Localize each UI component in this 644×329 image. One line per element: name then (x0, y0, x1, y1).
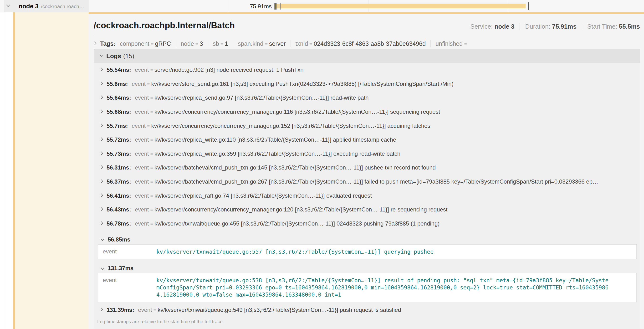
equals-sign: = (149, 137, 154, 142)
log-preview: event=kv/kvserver/replica_raft.go:74 [n3… (135, 192, 372, 199)
log-timestamp: 56.41ms: (106, 192, 131, 199)
chevron-right-icon[interactable] (100, 108, 104, 115)
log-preview: event=kv/kvserver/concurrency/concurrenc… (135, 108, 440, 115)
log-row[interactable]: 55.6ms:event=kv/kvserver/store_send.go:1… (94, 77, 640, 91)
log-timestamp: 55.7ms: (106, 122, 128, 129)
tag-key: node (181, 40, 194, 47)
service-label: Service: (470, 23, 493, 30)
tags-section[interactable]: Tags: component=gRPCnode=3sb=1span.kind=… (94, 38, 468, 49)
log-timestamp: 55.73ms: (106, 150, 131, 157)
log-preview: event=kv/kvserver/concurrency/concurrenc… (135, 206, 448, 213)
chevron-right-icon[interactable] (94, 40, 97, 47)
log-field-value: kv/kvserver/concurrency/concurrency_mana… (151, 122, 430, 129)
chevron-right-icon[interactable] (100, 136, 104, 143)
chevron-down-icon[interactable] (100, 236, 105, 243)
logs-header[interactable]: Logs (15) (94, 49, 640, 63)
log-row[interactable]: 55.68ms:event=kv/kvserver/concurrency/co… (94, 105, 640, 119)
chevron-right-icon[interactable] (100, 206, 104, 213)
log-row[interactable]: 56.78ms:event=kv/kvserver/txnwait/queue.… (94, 217, 640, 231)
tag-chip: node=3 (181, 40, 203, 47)
logs-title: Logs (106, 52, 121, 60)
meta-divider (582, 23, 582, 30)
log-field-key: event (135, 94, 149, 101)
log-preview: event=kv/kvserver/replica_send.go:97 [n3… (135, 94, 369, 101)
equals-sign: = (150, 41, 155, 47)
start-time-value: 55.5ms (619, 23, 640, 30)
tag-key: sb (213, 40, 219, 47)
tag-chip-list: component=gRPCnode=3sb=1span.kind=server… (120, 40, 468, 47)
log-field-value: kv/kvserver/replica_send.go:97 [n3,s3,r6… (154, 94, 369, 101)
logs-footer-note: Log timestamps are relative to the start… (94, 319, 640, 324)
log-row[interactable]: 131.39ms:event=kv/kvserver/txnwait/queue… (94, 303, 640, 317)
log-field-key: event (135, 178, 149, 185)
log-key-value-table: eventkv/kvserver/txnwait/queue.go:538 [n… (98, 273, 636, 302)
chevron-right-icon[interactable] (100, 150, 104, 157)
log-row[interactable]: 55.54ms:event=server/node.go:902 [n3] no… (94, 63, 640, 77)
column-resizer[interactable] (228, 0, 228, 12)
log-field-key: event (98, 248, 156, 255)
log-row-expanded-header[interactable]: 131.37ms (94, 264, 640, 273)
log-field-key: event (138, 306, 152, 313)
log-preview: event=kv/kvserver/replica_write.go:359 [… (135, 150, 400, 157)
log-row[interactable]: 56.43ms:event=kv/kvserver/concurrency/co… (94, 203, 640, 217)
log-field-key: event (135, 108, 149, 115)
span-detail-meta: Service: node 3 Duration: 75.91ms Start … (470, 22, 640, 30)
equals-sign: = (462, 41, 468, 47)
log-marker-tick (279, 3, 279, 10)
log-field-key: event (135, 164, 149, 171)
logs-body: 55.54ms:event=server/node.go:902 [n3] no… (94, 63, 640, 317)
meta-divider (520, 23, 520, 30)
log-row[interactable]: 56.31ms:event=kv/kvserver/batcheval/cmd_… (94, 161, 640, 175)
log-field-value: kv/kvserver/txnwait/queue.go:538 [n3,s3,… (156, 277, 612, 298)
chevron-down-icon[interactable] (100, 265, 105, 272)
chevron-down-icon[interactable] (99, 54, 104, 58)
equals-sign: = (146, 124, 151, 129)
log-timestamp: 56.43ms: (106, 206, 131, 213)
log-marker-tick (280, 3, 280, 10)
span-duration-bar[interactable] (275, 4, 526, 8)
log-timestamp: 131.37ms (108, 265, 134, 272)
chevron-right-icon[interactable] (100, 178, 104, 185)
log-marker-tick (278, 3, 278, 10)
log-row[interactable]: 55.73ms:event=kv/kvserver/replica_write.… (94, 147, 640, 161)
chevron-right-icon[interactable] (100, 94, 104, 101)
chevron-right-icon[interactable] (100, 164, 104, 171)
log-preview: event=kv/kvserver/concurrency/concurrenc… (132, 122, 430, 129)
equals-sign: = (149, 193, 154, 198)
tag-key: span.kind (238, 40, 263, 47)
chevron-right-icon[interactable] (100, 122, 104, 129)
log-field-value: kv/kvserver/txnwait/queue.go:549 [n3,s3,… (158, 306, 401, 313)
tags-label: Tags: (100, 40, 116, 47)
span-timeline-row[interactable]: node 3 /cockroach.roach… 75.91ms (0, 0, 644, 12)
selected-span-highlight (15, 12, 89, 329)
log-row[interactable]: 55.7ms:event=kv/kvserver/concurrency/con… (94, 119, 640, 133)
log-row[interactable]: 55.72ms:event=kv/kvserver/replica_write.… (94, 133, 640, 147)
chevron-right-icon[interactable] (100, 220, 104, 227)
log-marker-tick (528, 2, 529, 10)
log-field-key: event (98, 277, 156, 298)
tag-key: txnid (296, 40, 308, 47)
log-row-expanded-header[interactable]: 56.85ms (94, 235, 640, 244)
log-row[interactable]: 56.37ms:event=kv/kvserver/batcheval/cmd_… (94, 175, 640, 189)
tag-chip: component=gRPC (120, 40, 171, 47)
tag-key: component (120, 40, 150, 47)
log-field-value: kv/kvserver/concurrency/concurrency_mana… (154, 206, 448, 213)
log-field-key: event (135, 206, 149, 213)
log-timestamp: 56.31ms: (106, 164, 131, 171)
log-timestamp: 55.72ms: (106, 136, 131, 143)
duration-label: Duration: (525, 23, 550, 30)
log-preview: event=kv/kvserver/batcheval/cmd_push_txn… (135, 178, 598, 185)
chevron-right-icon[interactable] (100, 306, 104, 313)
chevron-right-icon[interactable] (100, 66, 104, 73)
log-row[interactable]: 56.41ms:event=kv/kvserver/replica_raft.g… (94, 188, 640, 203)
log-field-value: server/node.go:902 [n3] node received re… (154, 66, 304, 73)
duration-value: 75.91ms (552, 23, 576, 30)
chevron-right-icon[interactable] (100, 80, 104, 87)
span-detail-panel: /cockroach.roachpb.Internal/Batch Servic… (89, 12, 644, 329)
log-row[interactable]: 55.64ms:event=kv/kvserver/replica_send.g… (94, 91, 640, 105)
chevron-right-icon[interactable] (100, 192, 104, 199)
equals-sign: = (152, 308, 158, 313)
equals-sign: = (146, 82, 151, 87)
log-preview: event=kv/kvserver/txnwait/queue.go:455 [… (135, 220, 440, 227)
chevron-down-icon[interactable] (6, 4, 10, 8)
